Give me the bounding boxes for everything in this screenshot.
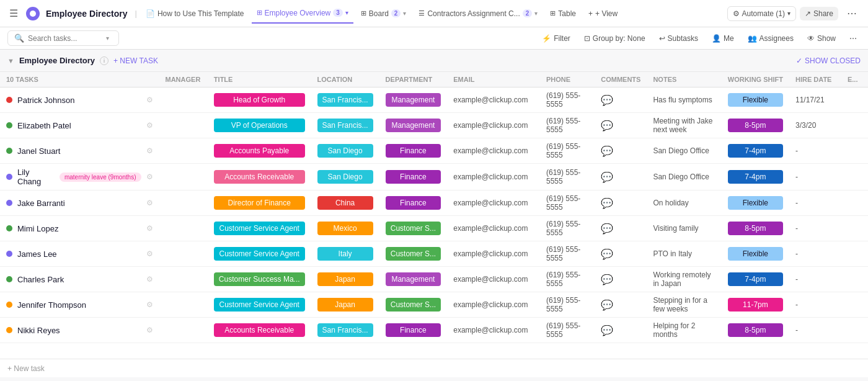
dept-pill: Management bbox=[386, 93, 441, 107]
gear-icon[interactable]: ⚙ bbox=[146, 121, 153, 130]
shift-pill: 8-5pm bbox=[728, 323, 783, 337]
comment-icon[interactable]: 💬 bbox=[601, 249, 613, 259]
gear-icon[interactable]: ⚙ bbox=[146, 224, 153, 233]
comments-cell[interactable]: 💬 bbox=[595, 216, 647, 241]
email-value: example@clickup.com bbox=[453, 224, 528, 233]
phone-value: (619) 555-5555 bbox=[546, 220, 580, 237]
hire-date-value: - bbox=[795, 300, 798, 309]
comment-icon[interactable]: 💬 bbox=[601, 223, 613, 234]
new-task-footer-button[interactable]: + New task bbox=[7, 364, 45, 373]
share-button[interactable]: ↗ Share bbox=[800, 7, 838, 20]
status-dot bbox=[6, 225, 12, 231]
notes-cell: Has flu symptoms bbox=[647, 87, 721, 113]
comments-cell[interactable]: 💬 bbox=[595, 87, 647, 113]
checkmark-icon: ✓ bbox=[796, 56, 802, 65]
contractors-chevron-icon: ▾ bbox=[534, 10, 538, 17]
me-button[interactable]: 👤 Me bbox=[708, 33, 738, 44]
comments-cell[interactable]: 💬 bbox=[595, 241, 647, 267]
more-options-icon[interactable]: ⋯ bbox=[842, 5, 862, 22]
tab-how-to[interactable]: 📄 How to Use This Template bbox=[141, 4, 249, 24]
hire-cell: - bbox=[789, 191, 841, 216]
table-row: Charles Park ⚙ Customer Success Ma... Ja… bbox=[0, 267, 868, 292]
search-input[interactable] bbox=[28, 34, 102, 43]
name-cell[interactable]: Jake Barranti ⚙ bbox=[0, 191, 159, 216]
comment-icon[interactable]: 💬 bbox=[601, 274, 613, 285]
comment-icon[interactable]: 💬 bbox=[601, 198, 613, 208]
comments-cell[interactable]: 💬 bbox=[595, 113, 647, 138]
tab-table[interactable]: ⊞ Table bbox=[545, 4, 581, 24]
name-cell[interactable]: Elizabeth Patel ⚙ bbox=[0, 113, 159, 138]
show-closed-button[interactable]: ✓ SHOW CLOSED bbox=[796, 56, 861, 65]
more-toolbar-icon[interactable]: ⋯ bbox=[846, 33, 861, 44]
comments-cell[interactable]: 💬 bbox=[595, 267, 647, 292]
comments-cell[interactable]: 💬 bbox=[595, 164, 647, 191]
phone-cell: (619) 555-5555 bbox=[540, 292, 595, 318]
status-dot bbox=[6, 122, 12, 128]
comment-icon[interactable]: 💬 bbox=[601, 95, 613, 105]
status-dot bbox=[6, 327, 12, 333]
gear-icon[interactable]: ⚙ bbox=[146, 146, 153, 155]
name-cell[interactable]: Lily Chang maternity leave (9months) ⚙ bbox=[0, 164, 159, 191]
chevron-down-icon: ▾ bbox=[345, 9, 348, 16]
hire-cell: 11/17/21 bbox=[789, 87, 841, 113]
comments-cell[interactable]: 💬 bbox=[595, 191, 647, 216]
title-pill: Accounts Payable bbox=[214, 144, 305, 158]
comment-icon[interactable]: 💬 bbox=[601, 172, 613, 182]
comment-icon[interactable]: 💬 bbox=[601, 325, 613, 336]
tab-contractors[interactable]: ☰ Contractors Assignment C... 2 ▾ bbox=[414, 4, 542, 24]
gear-icon[interactable]: ⚙ bbox=[146, 96, 153, 104]
gear-icon[interactable]: ⚙ bbox=[146, 275, 153, 284]
gear-icon[interactable]: ⚙ bbox=[146, 249, 153, 258]
name-cell[interactable]: Patrick Johnson ⚙ bbox=[0, 87, 159, 113]
name-cell[interactable]: Janel Stuart ⚙ bbox=[0, 138, 159, 164]
comment-icon[interactable]: 💬 bbox=[601, 120, 613, 131]
tab-board[interactable]: ⊞ Board 2 ▾ bbox=[356, 4, 412, 24]
name-cell[interactable]: Mimi Lopez ⚙ bbox=[0, 216, 159, 241]
search-box[interactable]: 🔍 ▾ bbox=[7, 30, 119, 46]
subtasks-button[interactable]: ↩ Subtasks bbox=[655, 33, 702, 44]
hire-date-value: - bbox=[795, 173, 798, 181]
phone-cell: (619) 555-5555 bbox=[540, 138, 595, 164]
search-chevron-icon: ▾ bbox=[106, 35, 109, 42]
automate-button[interactable]: ⚙ Automate (1) ▾ bbox=[727, 6, 796, 21]
new-task-button[interactable]: + NEW TASK bbox=[113, 56, 158, 65]
filter-button[interactable]: ⚡ Filter bbox=[538, 33, 574, 44]
show-button[interactable]: 👁 Show bbox=[804, 33, 839, 44]
assignees-button[interactable]: 👥 Assignees bbox=[744, 33, 797, 44]
hamburger-icon[interactable]: ☰ bbox=[6, 6, 21, 21]
group-toggle-icon[interactable]: ▼ bbox=[7, 57, 14, 65]
email-value: example@clickup.com bbox=[453, 121, 528, 130]
location-cell: San Diego bbox=[311, 164, 379, 191]
email-value: example@clickup.com bbox=[453, 96, 528, 104]
gear-icon[interactable]: ⚙ bbox=[146, 199, 153, 207]
grid-icon: ⊞ bbox=[257, 9, 262, 17]
name-cell[interactable]: Jennifer Thompson ⚙ bbox=[0, 292, 159, 318]
comments-cell[interactable]: 💬 bbox=[595, 292, 647, 318]
shift-cell: 8-5pm bbox=[722, 216, 789, 241]
group-by-button[interactable]: ⊡ Group by: None bbox=[580, 33, 649, 44]
subtasks-label: Subtasks bbox=[668, 34, 698, 43]
notes-value: Has flu symptoms bbox=[653, 96, 712, 104]
gear-icon[interactable]: ⚙ bbox=[146, 300, 153, 309]
add-view-btn[interactable]: + + View bbox=[583, 4, 622, 24]
shift-pill: 7-4pm bbox=[728, 170, 783, 184]
comments-cell[interactable]: 💬 bbox=[595, 318, 647, 343]
title-pill: Head of Growth bbox=[214, 93, 305, 107]
comment-icon[interactable]: 💬 bbox=[601, 146, 613, 156]
tab-employee-overview[interactable]: ⊞ Employee Overview 3 ▾ bbox=[252, 4, 353, 24]
group-info-icon[interactable]: i bbox=[100, 56, 108, 65]
name-cell[interactable]: Nikki Reyes ⚙ bbox=[0, 318, 159, 343]
name-cell[interactable]: James Lee ⚙ bbox=[0, 241, 159, 267]
comments-cell[interactable]: 💬 bbox=[595, 138, 647, 164]
employee-name: Elizabeth Patel bbox=[17, 121, 71, 130]
gear-icon[interactable]: ⚙ bbox=[146, 326, 153, 334]
share-label: Share bbox=[813, 9, 833, 18]
location-pill: San Francis... bbox=[317, 323, 373, 337]
name-cell[interactable]: Charles Park ⚙ bbox=[0, 267, 159, 292]
col-header-hire: HIRE DATE bbox=[789, 72, 841, 87]
manager-cell bbox=[159, 318, 208, 343]
hire-cell: - bbox=[789, 164, 841, 191]
gear-icon[interactable]: ⚙ bbox=[146, 173, 153, 181]
notes-cell: Helping for 2 months bbox=[647, 318, 721, 343]
comment-icon[interactable]: 💬 bbox=[601, 300, 613, 310]
